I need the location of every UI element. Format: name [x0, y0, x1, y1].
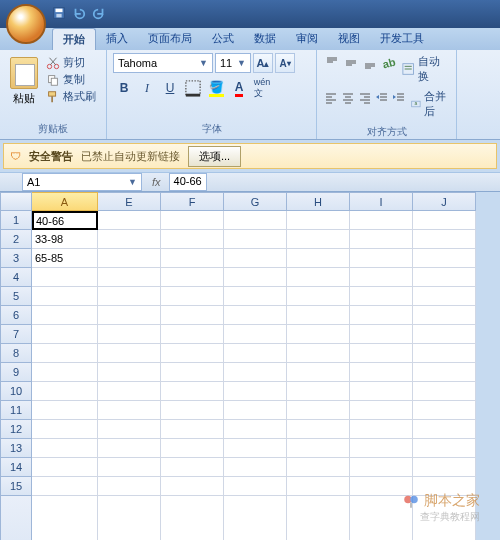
cell[interactable]	[98, 458, 161, 477]
decrease-indent-button[interactable]	[374, 88, 390, 108]
cell[interactable]	[98, 363, 161, 382]
tab-review[interactable]: 审阅	[286, 28, 328, 50]
name-box[interactable]: A1▼	[22, 173, 142, 191]
cell[interactable]	[98, 249, 161, 268]
row-header[interactable]: 5	[0, 287, 32, 306]
cell[interactable]	[350, 458, 413, 477]
cell[interactable]	[287, 496, 350, 540]
tab-developer[interactable]: 开发工具	[370, 28, 434, 50]
cell[interactable]	[32, 344, 98, 363]
cell[interactable]	[98, 477, 161, 496]
redo-icon[interactable]	[92, 6, 108, 22]
cell[interactable]	[224, 363, 287, 382]
cell[interactable]	[224, 382, 287, 401]
cut-button[interactable]: 剪切	[46, 55, 96, 70]
phonetic-button[interactable]: wén文	[251, 77, 273, 99]
row-header[interactable]: 13	[0, 439, 32, 458]
cell[interactable]	[98, 496, 161, 540]
cell[interactable]	[224, 211, 287, 230]
cell[interactable]: 65-85	[32, 249, 98, 268]
cell[interactable]	[350, 211, 413, 230]
cell[interactable]	[98, 211, 161, 230]
cell[interactable]	[350, 268, 413, 287]
cell[interactable]	[224, 306, 287, 325]
cell[interactable]	[350, 249, 413, 268]
cell[interactable]	[287, 325, 350, 344]
row-header[interactable]: 12	[0, 420, 32, 439]
cell[interactable]	[413, 420, 476, 439]
cell[interactable]	[161, 401, 224, 420]
cell-grid[interactable]: 40-6633-9865-85	[32, 211, 500, 540]
font-name-combo[interactable]: Tahoma▼	[113, 53, 213, 73]
cell[interactable]: 33-98	[32, 230, 98, 249]
align-center-button[interactable]	[340, 88, 356, 108]
cell[interactable]	[413, 458, 476, 477]
cell[interactable]	[350, 287, 413, 306]
cell[interactable]	[287, 382, 350, 401]
cell[interactable]	[413, 439, 476, 458]
wrap-text-button[interactable]: 自动换	[399, 53, 450, 85]
cell[interactable]	[32, 306, 98, 325]
cell[interactable]	[32, 420, 98, 439]
row-header[interactable]: 10	[0, 382, 32, 401]
align-top-button[interactable]	[323, 53, 341, 73]
cell[interactable]	[161, 230, 224, 249]
cell[interactable]	[224, 230, 287, 249]
office-button[interactable]	[6, 4, 46, 44]
cell[interactable]	[98, 420, 161, 439]
align-middle-button[interactable]	[342, 53, 360, 73]
cell[interactable]	[413, 363, 476, 382]
row-header[interactable]: 9	[0, 363, 32, 382]
cell[interactable]	[413, 268, 476, 287]
cell[interactable]	[287, 458, 350, 477]
cell[interactable]	[224, 344, 287, 363]
cell[interactable]	[98, 325, 161, 344]
cell[interactable]	[32, 401, 98, 420]
column-header[interactable]: A	[32, 192, 98, 211]
cell[interactable]	[224, 458, 287, 477]
row-header[interactable]: 4	[0, 268, 32, 287]
cell[interactable]	[98, 287, 161, 306]
format-painter-button[interactable]: 格式刷	[46, 89, 96, 104]
select-all-corner[interactable]	[0, 192, 32, 211]
cell[interactable]	[413, 211, 476, 230]
row-header[interactable]: 1	[0, 211, 32, 230]
cell[interactable]	[161, 363, 224, 382]
undo-icon[interactable]	[72, 6, 88, 22]
copy-button[interactable]: 复制	[46, 72, 96, 87]
tab-view[interactable]: 视图	[328, 28, 370, 50]
cell[interactable]	[224, 439, 287, 458]
cell[interactable]	[161, 249, 224, 268]
column-header[interactable]: I	[350, 192, 413, 211]
cell[interactable]	[287, 439, 350, 458]
row-header[interactable]: 15	[0, 477, 32, 496]
paste-button[interactable]: 粘贴	[6, 53, 42, 106]
cell[interactable]	[32, 382, 98, 401]
cell[interactable]	[224, 287, 287, 306]
font-color-button[interactable]: A	[228, 77, 250, 99]
cell[interactable]	[161, 439, 224, 458]
increase-indent-button[interactable]	[391, 88, 407, 108]
cell[interactable]	[350, 230, 413, 249]
cell[interactable]	[32, 477, 98, 496]
cell[interactable]	[32, 325, 98, 344]
cell[interactable]	[287, 230, 350, 249]
column-header[interactable]: E	[98, 192, 161, 211]
cell[interactable]	[32, 363, 98, 382]
column-header[interactable]: G	[224, 192, 287, 211]
cell[interactable]	[287, 249, 350, 268]
cell[interactable]	[161, 382, 224, 401]
security-options-button[interactable]: 选项...	[188, 146, 241, 167]
italic-button[interactable]: I	[136, 77, 158, 99]
cell[interactable]	[224, 420, 287, 439]
cell[interactable]	[161, 458, 224, 477]
cell[interactable]	[350, 382, 413, 401]
cell[interactable]	[350, 439, 413, 458]
cell[interactable]	[224, 268, 287, 287]
row-header[interactable]: 2	[0, 230, 32, 249]
cell[interactable]	[350, 401, 413, 420]
cell[interactable]	[98, 344, 161, 363]
cell[interactable]	[413, 325, 476, 344]
column-header[interactable]: J	[413, 192, 476, 211]
cell[interactable]	[350, 420, 413, 439]
